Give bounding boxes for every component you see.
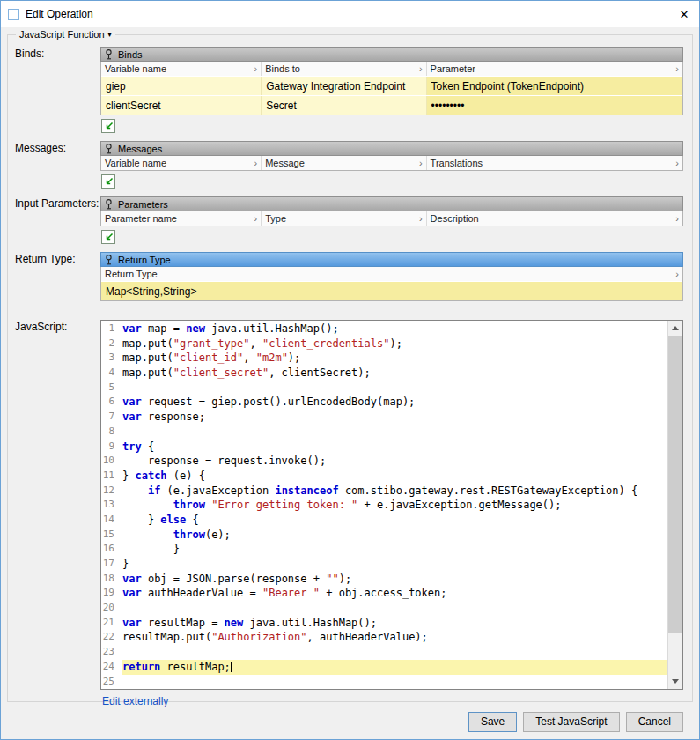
code-line[interactable]: 21var resultMap = new java.util.HashMap(… [101,616,667,631]
table-cell[interactable]: ••••••••• [427,96,682,115]
code-line[interactable]: 15 throw(e); [101,528,667,543]
close-button[interactable]: ✕ [669,1,699,27]
binds-header-text: Binds [118,49,143,60]
line-number: 10 [101,454,122,469]
code-line[interactable]: 3map.put("client_id", "m2m"); [101,351,667,366]
line-number: 9 [101,440,122,455]
chevron-right-icon: › [254,64,257,74]
window-icon [8,9,19,20]
code-line[interactable]: 5 [101,381,667,396]
code-line[interactable]: 6var request = giep.post().urlEncodedBod… [101,395,667,410]
scrollbar[interactable] [667,321,682,689]
cancel-button[interactable]: Cancel [626,712,683,732]
column-header[interactable]: Variable name› [101,62,262,76]
code-line[interactable]: 2map.put("grant_type", "client_credentia… [101,337,667,352]
code-line[interactable]: 16 } [101,542,667,557]
column-header[interactable]: Binds to› [262,62,426,76]
chevron-right-icon: › [675,64,679,74]
column-header-row: Parameter name›Type›Description› [101,211,682,226]
input-parameters-label: Input Parameters: [11,196,100,244]
code-line[interactable]: 20 [101,601,667,616]
column-header[interactable]: Translations› [427,156,682,170]
table-cell[interactable]: Gateway Integration Endpoint [262,77,426,95]
function-type-label: JavaScript Function [19,29,105,40]
input-parameters-section: Input Parameters: Parameters Parameter n… [11,196,687,244]
code-line[interactable]: 4map.put("client_secret", clientSecret); [101,366,667,381]
return-type-header-text: Return Type [118,255,171,265]
column-header[interactable]: Message› [262,156,426,170]
code-line[interactable]: 1var map = new java.util.HashMap(); [101,322,667,337]
code-line[interactable]: 23 [101,645,667,660]
scroll-thumb[interactable] [668,336,682,633]
code-line[interactable]: 18var obj = JSON.parse(response + ""); [101,572,667,587]
column-header[interactable]: Description› [427,211,682,226]
column-header-row: Return Type› [101,267,682,281]
table-row: clientSecretSecret••••••••• [101,95,682,115]
edit-operation-dialog: Edit Operation ✕ JavaScript Function▾ Bi… [0,0,700,740]
chevron-right-icon: › [419,159,423,168]
return-type-table-header[interactable]: Return Type [100,252,683,267]
pin-icon [105,199,114,210]
column-header-row: Variable name›Message›Translations› [101,156,682,170]
line-number: 15 [101,528,122,543]
messages-section: Messages: Messages Variable name›Message… [11,141,687,189]
return-type-table: Return Type›Map<String,String> [100,267,683,301]
code-line[interactable]: 10 response = request.invoke(); [101,454,667,469]
table-cell[interactable]: Secret [262,96,426,115]
code-line[interactable]: 24return resultMap; [101,660,667,675]
parameters-table: Parameter name›Type›Description› [100,211,683,226]
test-javascript-button[interactable]: Test JavaScript [523,712,619,732]
line-number: 13 [101,498,122,513]
line-number: 18 [101,572,122,587]
code-line[interactable]: 14 } else { [101,513,667,528]
function-type-dropdown[interactable]: JavaScript Function▾ [16,29,115,40]
parameters-table-header[interactable]: Parameters [100,196,683,211]
add-row-icon[interactable] [101,230,115,244]
code-line[interactable]: 9try { [101,440,667,455]
line-number: 2 [101,337,122,352]
column-header[interactable]: Parameter› [427,62,682,76]
save-button[interactable]: Save [468,712,517,732]
table-cell[interactable]: giep [101,77,262,95]
column-header[interactable]: Type› [262,211,426,226]
code-line[interactable]: 19var authHeaderValue = "Bearer " + obj.… [101,586,667,601]
add-row-icon[interactable] [101,119,115,133]
code-line[interactable]: 11} catch (e) { [101,469,667,484]
code-line[interactable]: 13 throw "Error getting token: " + e.jav… [101,498,667,513]
text-cursor [231,662,232,672]
chevron-right-icon: › [254,214,257,224]
column-header-row: Variable name›Binds to›Parameter› [101,62,682,76]
binds-section: Binds: Binds Variable name›Binds to›Para… [11,47,687,133]
line-number: 8 [101,425,122,440]
column-header[interactable]: Variable name› [101,156,262,170]
binds-table-header[interactable]: Binds [100,47,683,62]
code-line[interactable]: 7var response; [101,410,667,425]
column-header[interactable]: Parameter name› [101,211,262,226]
line-number: 19 [101,586,122,601]
table-cell[interactable]: clientSecret [101,96,262,115]
code-line[interactable]: 22resultMap.put("Authorization", authHea… [101,630,667,645]
code-line[interactable]: 8 [101,425,667,440]
scroll-down-arrow[interactable] [668,674,682,689]
code-editor[interactable]: 1var map = new java.util.HashMap();2map.… [101,321,667,689]
line-number: 22 [101,630,122,645]
column-header[interactable]: Return Type› [101,267,682,281]
chevron-right-icon: › [675,159,679,168]
pin-icon [105,144,114,154]
line-number: 4 [101,366,122,381]
table-cell[interactable]: Token Endpoint (TokenEndpoint) [427,77,682,95]
messages-table-header[interactable]: Messages [100,141,683,156]
line-number: 14 [101,513,122,528]
code-line[interactable]: 12 if (e.javaException instanceof com.st… [101,484,667,499]
javascript-label: JavaScript: [11,320,100,707]
table-row: giepGateway Integration EndpointToken En… [101,76,682,95]
add-row-icon[interactable] [101,174,115,189]
code-line[interactable]: 17} [101,557,667,572]
scroll-track[interactable] [668,336,682,674]
scroll-up-arrow[interactable] [668,321,682,336]
code-line[interactable]: 25 [101,675,667,690]
messages-header-text: Messages [118,144,162,154]
parameters-header-text: Parameters [118,199,168,210]
table-cell[interactable]: Map<String,String> [101,282,682,300]
messages-table: Variable name›Message›Translations› [100,156,683,171]
